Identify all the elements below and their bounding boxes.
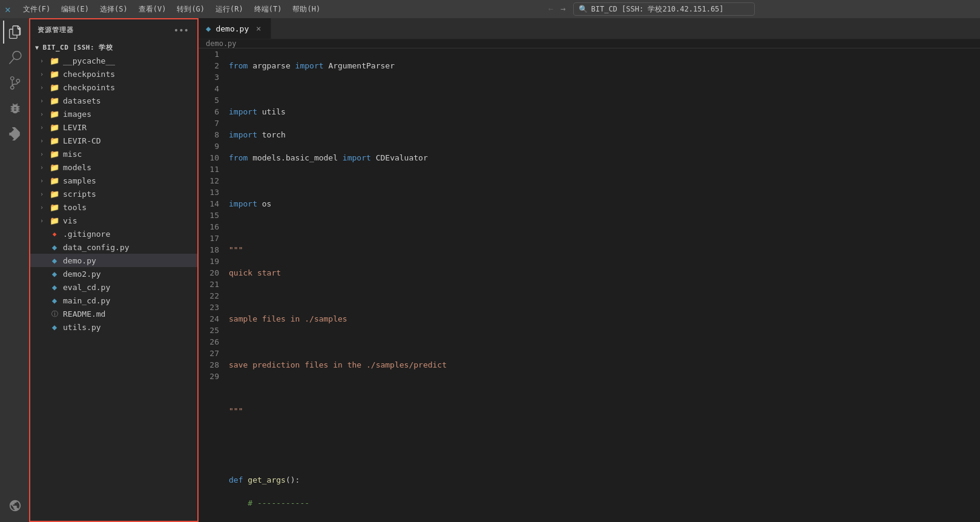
file-demo[interactable]: ◆ demo.py bbox=[30, 254, 197, 267]
menu-item-3[interactable]: 查看(V) bbox=[134, 3, 171, 16]
explorer-section: ▼ BIT_CD [SSH: 学校 › 📁 __pycache__ › 📁 ch… bbox=[30, 41, 197, 521]
file-label: utils.py bbox=[63, 323, 197, 332]
folder-label: models bbox=[63, 163, 197, 172]
folder-samples[interactable]: › 📁 samples bbox=[30, 174, 197, 187]
tab-file-icon: ◆ bbox=[206, 24, 211, 33]
folder-arrow-icon: › bbox=[40, 111, 50, 117]
folder-label: LEVIR bbox=[63, 123, 197, 132]
folder-arrow-icon: › bbox=[40, 124, 50, 131]
title-search-bar[interactable]: 🔍 BIT_CD [SSH: 学校210.42.151.65] bbox=[573, 2, 755, 16]
folder-tools[interactable]: › 📁 tools bbox=[30, 200, 197, 214]
nav-arrows: ← → bbox=[546, 2, 568, 16]
breadcrumb-text: demo.py bbox=[206, 39, 237, 48]
nav-back-button[interactable]: ← bbox=[546, 2, 556, 16]
activity-bar bbox=[0, 18, 29, 522]
file-label: eval_cd.py bbox=[63, 283, 197, 292]
folder-icon: 📁 bbox=[50, 149, 59, 159]
activity-search[interactable] bbox=[3, 46, 26, 69]
folder-images[interactable]: › 📁 images bbox=[30, 107, 197, 121]
folder-arrow-icon: › bbox=[40, 71, 50, 78]
file-label: data_config.py bbox=[63, 243, 197, 252]
folder-arrow-icon: › bbox=[40, 164, 50, 171]
menu-item-2[interactable]: 选择(S) bbox=[95, 3, 133, 16]
nav-forward-button[interactable]: → bbox=[558, 2, 568, 16]
file-git-icon: ◆ bbox=[50, 229, 59, 239]
folder-label: checkpoints bbox=[63, 70, 197, 79]
menu-bar: 文件(F)编辑(E)选择(S)查看(V)转到(G)运行(R)终端(T)帮助(H) bbox=[18, 3, 326, 16]
file-label: README.md bbox=[63, 309, 197, 319]
menu-item-5[interactable]: 运行(R) bbox=[211, 3, 248, 16]
code-content: from argparse import ArgumentParser impo… bbox=[229, 48, 980, 522]
sidebar-overflow-button[interactable]: ••• bbox=[173, 24, 190, 36]
folder-misc[interactable]: › 📁 misc bbox=[30, 147, 197, 160]
file-py-icon: ◆ bbox=[50, 242, 59, 252]
app-layout: 资源管理器 ••• ▼ BIT_CD [SSH: 学校 › 📁 __pycach… bbox=[0, 18, 980, 522]
folder-label: images bbox=[63, 110, 197, 119]
folder-icon: 📁 bbox=[50, 82, 59, 92]
title-bar: ✕ 文件(F)编辑(E)选择(S)查看(V)转到(G)运行(R)终端(T)帮助(… bbox=[0, 0, 980, 18]
folder-checkpoints-1[interactable]: › 📁 checkpoints bbox=[30, 67, 197, 81]
folder-label: checkpoints bbox=[63, 83, 197, 92]
file-main-cd[interactable]: ◆ main_cd.py bbox=[30, 294, 197, 307]
root-arrow-icon: ▼ bbox=[35, 44, 39, 51]
folder-arrow-icon: › bbox=[40, 191, 50, 197]
folder-levir[interactable]: › 📁 LEVIR bbox=[30, 121, 197, 134]
tab-label: demo.py bbox=[215, 24, 249, 33]
title-bar-left: ✕ 文件(F)编辑(E)选择(S)查看(V)转到(G)运行(R)终端(T)帮助(… bbox=[5, 3, 325, 16]
folder-arrow-icon: › bbox=[40, 84, 50, 91]
folder-icon: 📁 bbox=[50, 69, 59, 79]
folder-models[interactable]: › 📁 models bbox=[30, 160, 197, 174]
file-data-config[interactable]: ◆ data_config.py bbox=[30, 240, 197, 254]
folder-levir-cd[interactable]: › 📁 LEVIR-CD bbox=[30, 134, 197, 147]
sidebar-header: 资源管理器 ••• bbox=[30, 19, 197, 41]
activity-debug[interactable] bbox=[3, 97, 26, 120]
folder-arrow-icon: › bbox=[40, 58, 50, 64]
file-gitignore[interactable]: ◆ .gitignore bbox=[30, 227, 197, 240]
activity-source-control[interactable] bbox=[3, 71, 26, 94]
folder-scripts[interactable]: › 📁 scripts bbox=[30, 187, 197, 200]
line-numbers: 12345 678910 1112131415 1617181920 21222… bbox=[199, 48, 229, 522]
file-py-icon: ◆ bbox=[50, 296, 59, 305]
folder-label: tools bbox=[63, 203, 197, 212]
activity-explorer[interactable] bbox=[3, 21, 26, 44]
file-py-icon: ◆ bbox=[50, 322, 59, 332]
tab-demo-py[interactable]: ◆ demo.py × bbox=[199, 18, 271, 39]
folder-datasets[interactable]: › 📁 datasets bbox=[30, 94, 197, 107]
root-folder-header[interactable]: ▼ BIT_CD [SSH: 学校 bbox=[30, 41, 197, 54]
file-demo2[interactable]: ◆ demo2.py bbox=[30, 267, 197, 280]
folder-icon: 📁 bbox=[50, 216, 59, 225]
folder-checkpoints-2[interactable]: › 📁 checkpoints bbox=[30, 81, 197, 94]
file-label: demo2.py bbox=[63, 269, 197, 279]
folder-pycache[interactable]: › 📁 __pycache__ bbox=[30, 54, 197, 67]
menu-item-6[interactable]: 终端(T) bbox=[249, 3, 287, 16]
folder-vis[interactable]: › 📁 vis bbox=[30, 214, 197, 227]
root-folder-label: BIT_CD [SSH: 学校 bbox=[43, 43, 113, 52]
activity-remote[interactable] bbox=[3, 494, 26, 517]
code-editor-scroll[interactable]: 12345 678910 1112131415 1617181920 21222… bbox=[199, 48, 980, 522]
folder-arrow-icon: › bbox=[40, 151, 50, 157]
file-readme[interactable]: ⓘ README.md bbox=[30, 307, 197, 320]
breadcrumb: demo.py bbox=[199, 39, 980, 48]
tab-close-button[interactable]: × bbox=[254, 24, 263, 33]
menu-item-7[interactable]: 帮助(H) bbox=[288, 3, 325, 16]
folder-arrow-icon: › bbox=[40, 204, 50, 211]
folder-icon: 📁 bbox=[50, 162, 59, 172]
folder-icon: 📁 bbox=[50, 136, 59, 145]
folder-icon: 📁 bbox=[50, 202, 59, 212]
title-bar-center: ← → 🔍 BIT_CD [SSH: 学校210.42.151.65] bbox=[325, 2, 975, 16]
folder-label: __pycache__ bbox=[63, 56, 197, 65]
menu-item-1[interactable]: 编辑(E) bbox=[56, 3, 94, 16]
editor-terminal-container: 12345 678910 1112131415 1617181920 21222… bbox=[199, 48, 980, 522]
menu-item-0[interactable]: 文件(F) bbox=[18, 3, 56, 16]
menu-item-4[interactable]: 转到(G) bbox=[172, 3, 209, 16]
folder-arrow-icon: › bbox=[40, 137, 50, 144]
file-py-icon: ◆ bbox=[50, 256, 59, 265]
sidebar: 资源管理器 ••• ▼ BIT_CD [SSH: 学校 › 📁 __pycach… bbox=[29, 18, 199, 522]
file-utils[interactable]: ◆ utils.py bbox=[30, 320, 197, 334]
folder-icon: 📁 bbox=[50, 189, 59, 199]
file-eval-cd[interactable]: ◆ eval_cd.py bbox=[30, 280, 197, 294]
folder-icon: 📁 bbox=[50, 176, 59, 185]
activity-extensions[interactable] bbox=[3, 122, 26, 145]
folder-arrow-icon: › bbox=[40, 177, 50, 184]
file-py-icon: ◆ bbox=[50, 282, 59, 292]
